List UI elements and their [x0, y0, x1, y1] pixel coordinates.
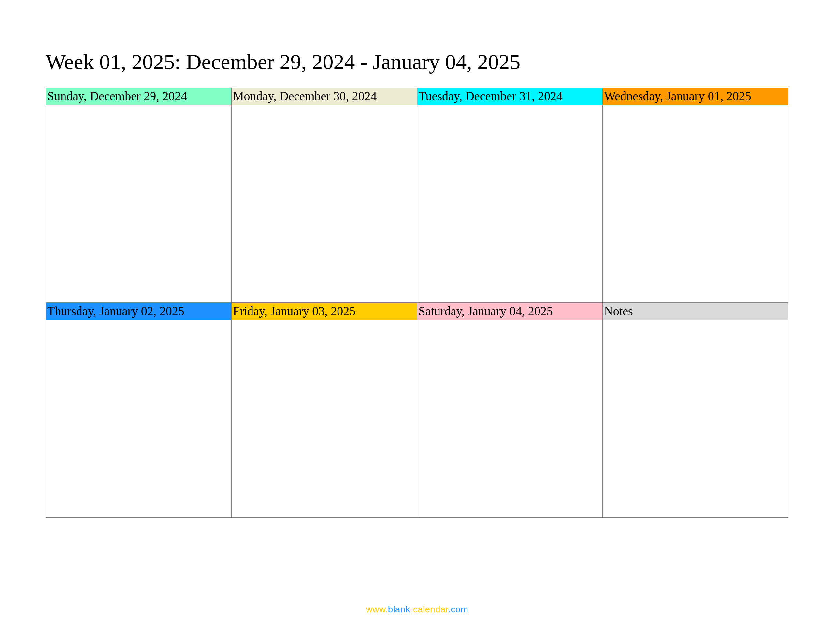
day-header-sunday: Sunday, December 29, 2024 [45, 87, 231, 105]
notes-header: Notes [602, 302, 788, 320]
day-header-saturday: Saturday, January 04, 2025 [417, 302, 603, 320]
day-header-tuesday: Tuesday, December 31, 2024 [417, 87, 603, 105]
day-header-friday: Friday, January 03, 2025 [231, 302, 417, 320]
day-cell-monday[interactable] [231, 105, 417, 302]
footer-com: .com [448, 604, 468, 614]
day-cell-friday[interactable] [231, 320, 417, 517]
notes-cell[interactable] [602, 320, 788, 517]
day-header-monday: Monday, December 30, 2024 [231, 87, 417, 105]
day-header-thursday: Thursday, January 02, 2025 [45, 302, 231, 320]
week-grid: Sunday, December 29, 2024 Monday, Decemb… [45, 87, 789, 518]
day-header-wednesday: Wednesday, January 01, 2025 [602, 87, 788, 105]
calendar-page: Week 01, 2025: December 29, 2024 - Janua… [0, 0, 834, 644]
page-title: Week 01, 2025: December 29, 2024 - Janua… [45, 49, 789, 74]
footer-cal: -calendar [410, 604, 448, 614]
day-cell-saturday[interactable] [417, 320, 603, 517]
day-cell-tuesday[interactable] [417, 105, 603, 302]
footer-www: www. [366, 604, 388, 614]
day-cell-thursday[interactable] [45, 320, 231, 517]
footer-link[interactable]: www.blank-calendar.com [0, 604, 834, 615]
day-cell-wednesday[interactable] [602, 105, 788, 302]
footer-blank: blank [388, 604, 410, 614]
day-cell-sunday[interactable] [45, 105, 231, 302]
